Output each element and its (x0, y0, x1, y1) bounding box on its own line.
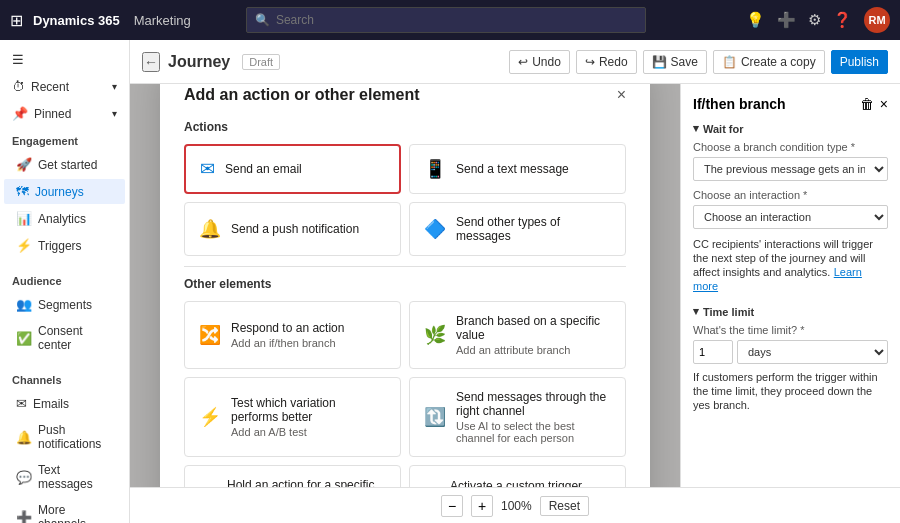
time-limit-input[interactable]: 1 (693, 340, 733, 364)
action-branch[interactable]: 🌿 Branch based on a specific value Add a… (409, 301, 626, 369)
sidebar: ☰ ⏱ Recent ▾ 📌 Pinned ▾ Engagement 🚀 Get… (0, 40, 130, 523)
save-icon: 💾 (652, 55, 667, 69)
branch-condition-select[interactable]: The previous message gets an interacti..… (693, 157, 888, 181)
copy-button[interactable]: 📋 Create a copy (713, 50, 825, 74)
action-test[interactable]: ⚡ Test which variation performs better A… (184, 377, 401, 457)
branch-sub: Add an attribute branch (456, 344, 611, 356)
sidebar-item-analytics[interactable]: 📊 Analytics (4, 206, 125, 231)
sidebar-item-push[interactable]: 🔔 Push notifications (4, 418, 125, 456)
sidebar-recent[interactable]: ⏱ Recent ▾ (0, 73, 129, 100)
action-hold[interactable]: ⏸ Hold an action for a specific time Add… (184, 465, 401, 488)
push-icon: 🔔 (16, 430, 32, 445)
sidebar-menu-toggle[interactable]: ☰ (0, 46, 129, 73)
zoom-in-button[interactable]: + (471, 495, 493, 517)
time-limit-info-text: If customers perform the trigger within … (693, 371, 878, 411)
trigger-text: Activate a custom trigger Trigger journe… (450, 479, 611, 488)
action-trigger[interactable]: ⚙ Activate a custom trigger Trigger jour… (409, 465, 626, 488)
trigger-label: Activate a custom trigger (450, 479, 611, 488)
journey-canvas[interactable]: Add an action or other element × Actions… (130, 84, 680, 487)
time-limit-input-row: 1 days (693, 340, 888, 364)
test-sub: Add an A/B test (231, 426, 386, 438)
sidebar-item-consent-center[interactable]: ✅ Consent center (4, 319, 125, 357)
undo-icon: ↩ (518, 55, 528, 69)
zoom-level: 100% (501, 499, 532, 513)
search-input[interactable] (276, 13, 637, 27)
save-label: Save (671, 55, 698, 69)
toolbar-actions: ↩ Undo ↪ Redo 💾 Save 📋 Create a copy Pub… (509, 50, 888, 74)
add-icon[interactable]: ➕ (777, 11, 796, 29)
help-icon[interactable]: ❓ (833, 11, 852, 29)
sidebar-pinned-label: Pinned (34, 107, 71, 121)
copy-icon: 📋 (722, 55, 737, 69)
search-icon: 🔍 (255, 13, 270, 27)
chevron-down-icon-2: ▾ (693, 305, 699, 318)
right-panel: If/then branch 🗑 × ▾ Wait for Choose a b… (680, 84, 900, 487)
audience-section-label: Audience (0, 267, 129, 291)
branch-label: Branch based on a specific value (456, 314, 611, 342)
sidebar-item-emails[interactable]: ✉ Emails (4, 391, 125, 416)
modal-dialog: Add an action or other element × Actions… (160, 84, 650, 487)
modal-title: Add an action or other element (184, 86, 420, 104)
sidebar-item-text-label: Text messages (38, 463, 113, 491)
sidebar-item-more-channels[interactable]: ➕ More channels (4, 498, 125, 523)
undo-button[interactable]: ↩ Undo (509, 50, 570, 74)
email-action-icon: ✉ (200, 158, 215, 180)
pinned-icon: 📌 (12, 106, 28, 121)
sidebar-item-journeys[interactable]: 🗺 Journeys (4, 179, 125, 204)
panel-title: If/then branch (693, 96, 786, 112)
sidebar-item-text[interactable]: 💬 Text messages (4, 458, 125, 496)
sidebar-item-triggers[interactable]: ⚡ Triggers (4, 233, 125, 258)
avatar[interactable]: RM (864, 7, 890, 33)
recent-chevron-icon: ▾ (112, 81, 117, 92)
panel-delete-button[interactable]: 🗑 (860, 96, 874, 112)
lightbulb-icon[interactable]: 💡 (746, 11, 765, 29)
interaction-select[interactable]: Choose an interaction (693, 205, 888, 229)
chevron-down-icon: ▾ (693, 122, 699, 135)
reset-button[interactable]: Reset (540, 496, 589, 516)
time-limit-section-label: ▾ Time limit (693, 305, 888, 318)
redo-button[interactable]: ↪ Redo (576, 50, 637, 74)
panel-close-button[interactable]: × (880, 96, 888, 112)
sidebar-item-segments[interactable]: 👥 Segments (4, 292, 125, 317)
status-badge: Draft (242, 54, 280, 70)
text-action-icon: 📱 (424, 158, 446, 180)
other-action-text: Send other types of messages (456, 215, 611, 243)
emails-icon: ✉ (16, 396, 27, 411)
sidebar-item-more-label: More channels (38, 503, 113, 523)
main-layout: ☰ ⏱ Recent ▾ 📌 Pinned ▾ Engagement 🚀 Get… (0, 40, 900, 523)
panel-header: If/then branch 🗑 × (693, 96, 888, 112)
bottom-bar: − + 100% Reset (130, 487, 900, 523)
back-button[interactable]: ← (142, 52, 160, 72)
triggers-icon: ⚡ (16, 238, 32, 253)
brand-name: Dynamics 365 (33, 13, 120, 28)
zoom-out-button[interactable]: − (441, 495, 463, 517)
sidebar-item-get-started[interactable]: 🚀 Get started (4, 152, 125, 177)
action-right-channel[interactable]: 🔃 Send messages through the right channe… (409, 377, 626, 457)
modal-overlay[interactable]: Add an action or other element × Actions… (130, 84, 680, 487)
search-box[interactable]: 🔍 (246, 7, 646, 33)
settings-icon[interactable]: ⚙ (808, 11, 821, 29)
grid-icon[interactable]: ⊞ (10, 11, 23, 30)
other-action-label: Send other types of messages (456, 215, 611, 243)
wait-for-section: ▾ Wait for Choose a branch condition typ… (693, 122, 888, 293)
save-button[interactable]: 💾 Save (643, 50, 707, 74)
time-unit-select[interactable]: days (737, 340, 888, 364)
branch-condition-label: Choose a branch condition type * (693, 141, 888, 153)
action-send-other[interactable]: 🔷 Send other types of messages (409, 202, 626, 256)
action-send-email[interactable]: ✉ Send an email (184, 144, 401, 194)
action-respond[interactable]: 🔀 Respond to an action Add an if/then br… (184, 301, 401, 369)
hamburger-icon: ☰ (12, 52, 24, 67)
panel-info: CC recipients' interactions will trigger… (693, 237, 888, 293)
action-send-text[interactable]: 📱 Send a text message (409, 144, 626, 194)
modal-section-divider (184, 266, 626, 267)
publish-button[interactable]: Publish (831, 50, 888, 74)
modal-close-button[interactable]: × (617, 86, 626, 104)
analytics-icon: 📊 (16, 211, 32, 226)
action-send-push[interactable]: 🔔 Send a push notification (184, 202, 401, 256)
respond-sub: Add an if/then branch (231, 337, 344, 349)
time-limit-info: If customers perform the trigger within … (693, 370, 888, 412)
sidebar-pinned[interactable]: 📌 Pinned ▾ (0, 100, 129, 127)
hold-label: Hold an action for a specific time (227, 478, 386, 488)
get-started-icon: 🚀 (16, 157, 32, 172)
sidebar-item-get-started-label: Get started (38, 158, 97, 172)
